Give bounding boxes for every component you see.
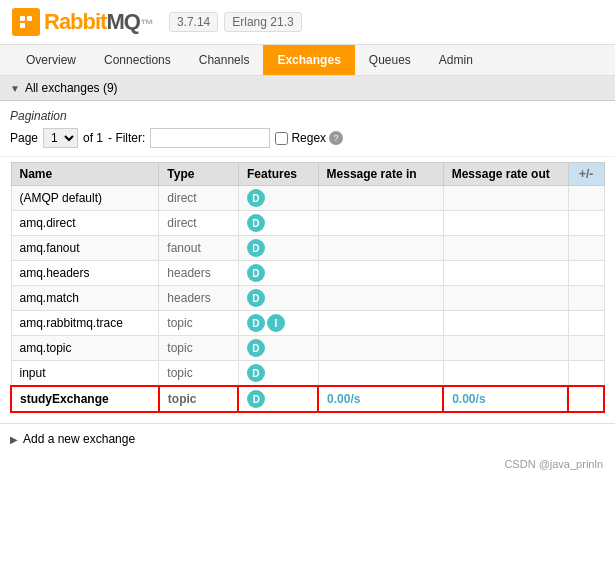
filter-input[interactable] xyxy=(150,128,270,148)
exchange-name[interactable]: (AMQP default) xyxy=(11,186,159,211)
exchange-rate-out xyxy=(443,336,568,361)
section-arrow: ▼ xyxy=(10,83,20,94)
exchange-rate-in: 0.00/s xyxy=(318,386,443,412)
main-nav: Overview Connections Channels Exchanges … xyxy=(0,45,615,76)
svg-rect-1 xyxy=(20,16,25,21)
exchange-rate-in xyxy=(318,311,443,336)
erlang-badge: Erlang 21.3 xyxy=(224,12,301,32)
nav-connections[interactable]: Connections xyxy=(90,45,185,75)
exchange-name[interactable]: amq.match xyxy=(11,286,159,311)
exchange-pm xyxy=(568,236,604,261)
logo: RabbitMQ™ xyxy=(12,8,153,36)
exchange-name[interactable]: studyExchange xyxy=(11,386,159,412)
nav-overview[interactable]: Overview xyxy=(12,45,90,75)
exchange-type: topic xyxy=(159,311,239,336)
exchange-pm xyxy=(568,211,604,236)
exchange-rate-in xyxy=(318,236,443,261)
svg-rect-3 xyxy=(20,23,25,28)
table-row[interactable]: amq.topictopicD xyxy=(11,336,604,361)
exchange-rate-in xyxy=(318,286,443,311)
version-badge: 3.7.14 xyxy=(169,12,218,32)
regex-container: Regex ? xyxy=(275,131,343,145)
col-header-rate-in: Message rate in xyxy=(318,163,443,186)
of-label: of 1 xyxy=(83,131,103,145)
nav-channels[interactable]: Channels xyxy=(185,45,264,75)
exchange-features: D xyxy=(238,236,318,261)
pagination-section: Pagination Page 1 of 1 - Filter: Regex ? xyxy=(0,101,615,157)
exchange-features: D xyxy=(238,261,318,286)
add-exchange-section[interactable]: ▶ Add a new exchange xyxy=(0,423,615,454)
exchange-rate-out xyxy=(443,311,568,336)
exchange-rate-in xyxy=(318,261,443,286)
exchange-features: D xyxy=(238,361,318,387)
exchange-pm xyxy=(568,286,604,311)
filter-label: - Filter: xyxy=(108,131,145,145)
exchange-rate-out xyxy=(443,186,568,211)
nav-admin[interactable]: Admin xyxy=(425,45,487,75)
section-header[interactable]: ▼ All exchanges (9) xyxy=(0,76,615,101)
svg-rect-0 xyxy=(17,13,35,31)
logo-icon xyxy=(12,8,40,36)
regex-label: Regex xyxy=(291,131,326,145)
exchange-type: direct xyxy=(159,186,239,211)
exchange-rate-in xyxy=(318,336,443,361)
table-row[interactable]: (AMQP default)directD xyxy=(11,186,604,211)
exchange-type: direct xyxy=(159,211,239,236)
exchange-features: D xyxy=(238,336,318,361)
footer-text: CSDN @java_prinln xyxy=(504,458,603,470)
exchange-rate-out: 0.00/s xyxy=(443,386,568,412)
col-header-rate-out: Message rate out xyxy=(443,163,568,186)
exchange-name[interactable]: amq.fanout xyxy=(11,236,159,261)
exchange-pm xyxy=(568,311,604,336)
exchange-pm xyxy=(568,336,604,361)
col-header-name: Name xyxy=(11,163,159,186)
table-row[interactable]: amq.directdirectD xyxy=(11,211,604,236)
add-arrow: ▶ xyxy=(10,434,18,445)
exchange-type: headers xyxy=(159,261,239,286)
table-row[interactable]: inputtopicD xyxy=(11,361,604,387)
table-row[interactable]: amq.fanoutfanoutD xyxy=(11,236,604,261)
exchange-features: D xyxy=(238,186,318,211)
exchange-type: topic xyxy=(159,336,239,361)
exchange-rate-out xyxy=(443,261,568,286)
nav-queues[interactable]: Queues xyxy=(355,45,425,75)
exchange-name[interactable]: amq.topic xyxy=(11,336,159,361)
exchange-rate-in xyxy=(318,186,443,211)
exchange-type: topic xyxy=(159,361,239,387)
exchange-rate-in xyxy=(318,211,443,236)
exchange-type: fanout xyxy=(159,236,239,261)
exchange-name[interactable]: input xyxy=(11,361,159,387)
nav-exchanges[interactable]: Exchanges xyxy=(263,45,354,75)
exchange-rate-in xyxy=(318,361,443,387)
exchange-pm xyxy=(568,361,604,387)
footer: CSDN @java_prinln xyxy=(0,454,615,474)
table-row[interactable]: amq.rabbitmq.tracetopicDI xyxy=(11,311,604,336)
logo-text: RabbitMQ™ xyxy=(44,9,153,35)
exchange-pm xyxy=(568,386,604,412)
table-row[interactable]: amq.matchheadersD xyxy=(11,286,604,311)
col-header-type: Type xyxy=(159,163,239,186)
exchange-features: D xyxy=(238,211,318,236)
exchange-rate-out xyxy=(443,361,568,387)
table-row[interactable]: studyExchangetopicD0.00/s0.00/s xyxy=(11,386,604,412)
exchange-rate-out xyxy=(443,236,568,261)
exchange-name[interactable]: amq.rabbitmq.trace xyxy=(11,311,159,336)
exchange-pm xyxy=(568,186,604,211)
exchange-type: headers xyxy=(159,286,239,311)
page-label: Page xyxy=(10,131,38,145)
exchange-features: D xyxy=(238,386,318,412)
table-row[interactable]: amq.headersheadersD xyxy=(11,261,604,286)
exchange-pm xyxy=(568,261,604,286)
pagination-controls: Page 1 of 1 - Filter: Regex ? xyxy=(10,128,605,148)
add-exchange-label: Add a new exchange xyxy=(23,432,135,446)
page-select[interactable]: 1 xyxy=(43,128,78,148)
regex-checkbox[interactable] xyxy=(275,132,288,145)
col-header-pm: +/- xyxy=(568,163,604,186)
exchange-features: D xyxy=(238,286,318,311)
help-badge[interactable]: ? xyxy=(329,131,343,145)
table-container: Name Type Features Message rate in Messa… xyxy=(0,162,615,423)
exchange-type: topic xyxy=(159,386,239,412)
exchange-name[interactable]: amq.headers xyxy=(11,261,159,286)
exchange-features: DI xyxy=(238,311,318,336)
exchange-name[interactable]: amq.direct xyxy=(11,211,159,236)
